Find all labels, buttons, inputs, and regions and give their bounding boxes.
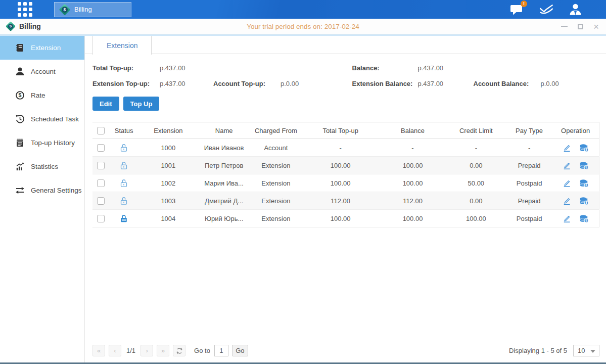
topup-coins-icon[interactable]: $: [579, 179, 589, 188]
edit-pencil-icon[interactable]: [563, 197, 571, 205]
charged-from-cell: Extension: [251, 210, 301, 228]
status-cell: [109, 174, 139, 192]
col-status: Status: [109, 122, 139, 139]
sidebar-item-label: Extension: [31, 44, 61, 52]
unlocked-icon: [120, 143, 128, 152]
status-cell: [109, 192, 139, 210]
balance-cell: 100.00: [380, 174, 445, 192]
col-name: Name: [198, 122, 251, 139]
row-checkbox[interactable]: [97, 179, 105, 187]
select-all-checkbox[interactable]: [97, 127, 105, 134]
sidebar-item-account[interactable]: Account: [0, 60, 84, 83]
apps-grid-icon[interactable]: [18, 2, 32, 17]
sidebar-item-general-settings[interactable]: General Settings: [0, 178, 84, 202]
minimize-icon[interactable]: [561, 26, 568, 27]
charged-from-cell: Extension: [251, 192, 301, 210]
prev-page-button[interactable]: ‹: [109, 345, 121, 356]
extensions-table: Status Extension Name Charged From Total…: [92, 122, 599, 228]
name-cell: Петр Петров: [198, 157, 251, 174]
col-pay-type: Pay Type: [506, 122, 552, 139]
dollar-circle-icon: $: [15, 90, 25, 100]
account-topup-label: Account Top-up:: [213, 76, 281, 92]
row-checkbox[interactable]: [97, 144, 105, 152]
reports-chart-icon[interactable]: [539, 4, 554, 15]
sidebar-item-statistics[interactable]: Statistics: [0, 155, 84, 178]
operation-cell: $: [552, 210, 599, 228]
edit-pencil-icon[interactable]: [563, 179, 571, 188]
row-checkbox[interactable]: [97, 215, 105, 222]
total-topup-cell: 100.00: [301, 210, 380, 228]
notepad-icon: [15, 138, 25, 148]
col-balance: Balance: [380, 122, 445, 139]
operation-cell: $: [552, 157, 599, 174]
topup-coins-icon[interactable]: $: [579, 161, 589, 170]
balance-cell: 100.00: [380, 157, 445, 174]
refresh-button[interactable]: [173, 345, 185, 356]
account-balance-label: Account Balance:: [474, 76, 541, 92]
sidebar-item-rate[interactable]: $ Rate: [0, 83, 84, 107]
titlebar: $ Billing Your trial period ends on: 201…: [0, 19, 606, 34]
topup-coins-icon[interactable]: $: [579, 144, 589, 152]
status-cell: [109, 157, 139, 174]
tab-extension[interactable]: Extension: [92, 36, 152, 55]
table-row: 1003Дмитрий Д...Extension112.00112.000.0…: [92, 192, 599, 210]
first-page-button[interactable]: «: [92, 345, 105, 356]
edit-button[interactable]: Edit: [92, 97, 119, 111]
col-total-topup: Total Top-up: [301, 122, 380, 139]
last-page-button[interactable]: »: [157, 345, 169, 356]
messages-icon[interactable]: !: [510, 4, 524, 15]
topup-coins-icon[interactable]: $: [579, 214, 589, 223]
refresh-icon: [176, 347, 183, 354]
col-credit-limit: Credit Limit: [446, 122, 506, 139]
svg-text:$: $: [585, 148, 587, 152]
close-icon[interactable]: ×: [593, 24, 599, 29]
pay-type-cell: Prepaid: [506, 192, 552, 210]
credit-limit-cell: 0.00: [446, 192, 506, 210]
maximize-icon[interactable]: [578, 24, 583, 29]
sidebar-item-topup-history[interactable]: Top-up History: [0, 131, 84, 155]
account-balance-value: p.0.00: [541, 76, 600, 92]
table-row: 1002Мария Ива...Extension100.00100.0050.…: [92, 174, 599, 192]
go-button[interactable]: Go: [232, 345, 248, 356]
table-row: 1004Юрий Юрь...Extension100.00100.00100.…: [92, 210, 599, 228]
extension-cell: 1001: [139, 157, 197, 174]
account-topup-value: p.0.00: [281, 76, 346, 92]
goto-label: Go to: [194, 347, 210, 354]
status-cell: [109, 210, 139, 228]
trial-notice: Your trial period ends on: 2017-02-24: [0, 23, 606, 30]
sidebar-item-extension[interactable]: Extension: [0, 36, 84, 60]
tab-bar: Extension: [85, 36, 606, 54]
credit-limit-cell: 0.00: [446, 157, 506, 174]
page-size-select[interactable]: 10: [573, 345, 599, 356]
billing-diamond-icon: $: [6, 22, 15, 31]
row-checkbox[interactable]: [97, 162, 105, 169]
goto-page-input[interactable]: [214, 345, 228, 356]
edit-pencil-icon[interactable]: [563, 161, 571, 170]
total-topup-value: p.437.00: [160, 60, 213, 76]
status-cell: [109, 139, 139, 157]
sidebar-item-label: Scheduled Task: [31, 115, 79, 123]
pagination-bar: « ‹ 1/1 › » Go to Go: [85, 341, 606, 362]
person-icon: [15, 67, 25, 76]
clock-icon: [15, 114, 25, 124]
next-page-button[interactable]: ›: [141, 345, 153, 356]
sidebar-item-scheduled-task[interactable]: Scheduled Task: [0, 107, 84, 131]
locked-icon: [120, 214, 128, 223]
notification-badge: !: [521, 1, 527, 7]
edit-pencil-icon[interactable]: [563, 144, 571, 152]
edit-pencil-icon[interactable]: [563, 214, 571, 223]
top-up-button[interactable]: Top Up: [123, 97, 160, 111]
total-topup-cell: 112.00: [301, 192, 380, 210]
topup-coins-icon[interactable]: $: [579, 197, 589, 205]
ledger-icon: [15, 43, 25, 53]
svg-text:$: $: [585, 165, 587, 169]
content-panel: Extension Total Top-up: p.437.00 Extensi…: [85, 36, 606, 362]
balance-value: p.437.00: [418, 60, 474, 76]
charged-from-cell: Account: [251, 139, 301, 157]
row-checkbox[interactable]: [97, 197, 105, 205]
user-account-icon[interactable]: [569, 4, 582, 15]
topbar-tab-billing[interactable]: $ Billing: [54, 2, 131, 17]
pay-type-cell: Prepaid: [506, 157, 552, 174]
pay-type-cell: -: [506, 139, 552, 157]
page-size-value: 10: [578, 347, 585, 354]
